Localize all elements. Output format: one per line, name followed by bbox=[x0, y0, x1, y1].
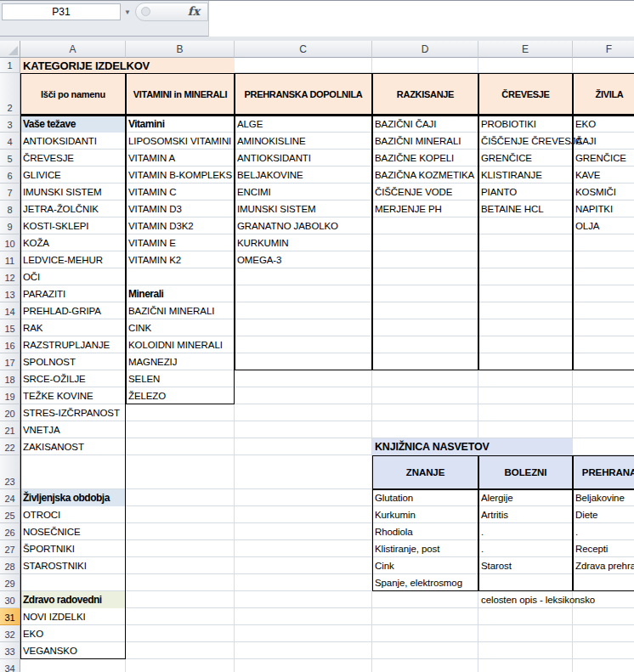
row-header-30[interactable]: 30 bbox=[0, 591, 20, 608]
cell-F27[interactable]: Recepti bbox=[573, 540, 634, 557]
cell-A26[interactable]: NOSEČNICE bbox=[20, 523, 126, 540]
cell-C7[interactable]: ENCIMI bbox=[235, 184, 372, 200]
row-header-18[interactable]: 18 bbox=[0, 370, 20, 387]
cell-A17[interactable]: SPOLNOST bbox=[20, 353, 126, 370]
cell-D3[interactable]: BAZIČNI ČAJI bbox=[372, 116, 478, 133]
cell-A18[interactable]: SRCE-OŽILJE bbox=[20, 370, 126, 387]
cell-F26[interactable]: . bbox=[573, 523, 634, 540]
row-header-12[interactable]: 12 bbox=[0, 268, 20, 285]
cell-A31[interactable]: NOVI IZDELKI bbox=[20, 608, 126, 625]
cell-D8[interactable]: MERJENJE PH bbox=[372, 200, 478, 217]
cell-C10[interactable]: KURKUMIN bbox=[235, 234, 372, 251]
row-header-10[interactable]: 10 bbox=[0, 234, 20, 251]
cell-E23[interactable]: BOLEZNI bbox=[478, 455, 573, 489]
cell-E27[interactable]: . bbox=[478, 540, 573, 557]
row-header-33[interactable]: 33 bbox=[0, 642, 20, 659]
cell-A15[interactable]: RAK bbox=[20, 319, 126, 336]
cell-D27[interactable]: Klistiranje, post bbox=[372, 540, 478, 557]
cell-D6[interactable]: BAZIČNA KOZMETIKA bbox=[372, 167, 478, 184]
row-header-13[interactable]: 13 bbox=[0, 285, 20, 302]
row-header-15[interactable]: 15 bbox=[0, 319, 20, 336]
row-header-2[interactable]: 2 bbox=[0, 73, 20, 116]
cell-F9[interactable]: OLJA bbox=[573, 217, 634, 234]
cell-F2[interactable]: ŽIVILA bbox=[573, 73, 634, 116]
cell-E7[interactable]: PIANTO bbox=[478, 184, 573, 200]
cell-E30[interactable]: celosten opis - leksikonsko bbox=[478, 591, 634, 608]
cell-B17[interactable]: MAGNEZIJ bbox=[126, 353, 235, 370]
column-header-A[interactable]: A bbox=[20, 41, 126, 58]
cell-C5[interactable]: ANTIOKSIDANTI bbox=[235, 150, 372, 167]
formula-input[interactable] bbox=[208, 1, 634, 37]
cell-F7[interactable]: KOSMIČI bbox=[573, 184, 634, 200]
cell-B3[interactable]: Vitamini bbox=[126, 116, 235, 133]
column-header-E[interactable]: E bbox=[478, 41, 573, 58]
cell-D5[interactable]: BAZIČNE KOPELI bbox=[372, 150, 478, 167]
cell-C9[interactable]: GRANATNO JABOLKO bbox=[235, 217, 372, 234]
cell-A19[interactable]: TEŽKE KOVINE bbox=[20, 387, 126, 404]
cell-A21[interactable]: VNETJA bbox=[20, 421, 126, 438]
cell-F4[interactable]: ČAJI bbox=[573, 133, 634, 150]
cell-A14[interactable]: PREHLAD-GRIPA bbox=[20, 302, 126, 319]
cell-A7[interactable]: IMUNSKI SISTEM bbox=[20, 184, 126, 200]
cell-A6[interactable]: GLIVICE bbox=[20, 167, 126, 184]
row-header-7[interactable]: 7 bbox=[0, 184, 20, 200]
row-header-14[interactable]: 14 bbox=[0, 302, 20, 319]
cell-B14[interactable]: BAZIČNI MINERALI bbox=[126, 302, 235, 319]
cell-F25[interactable]: Diete bbox=[573, 506, 634, 523]
cell-A25[interactable]: OTROCI bbox=[20, 506, 126, 523]
cell-E28[interactable]: Starost bbox=[478, 557, 573, 574]
cell-A16[interactable]: RAZSTRUPLJANJE bbox=[20, 336, 126, 353]
row-header-20[interactable]: 20 bbox=[0, 404, 20, 421]
cell-C6[interactable]: BELJAKOVINE bbox=[235, 167, 372, 184]
cell-A8[interactable]: JETRA-ŽOLČNIK bbox=[20, 200, 126, 217]
insert-function-button[interactable]: fx bbox=[135, 3, 208, 21]
row-header-29[interactable]: 29 bbox=[0, 574, 20, 591]
cell-D26[interactable]: Rhodiola bbox=[372, 523, 478, 540]
row-header-19[interactable]: 19 bbox=[0, 387, 20, 404]
row-header-34[interactable]: 34 bbox=[0, 659, 20, 672]
cell-A22[interactable]: ZAKISANOST bbox=[20, 438, 126, 455]
cell-E4[interactable]: ČIŠČENJE ČREVESJA bbox=[478, 133, 573, 150]
row-header-22[interactable]: 22 bbox=[0, 438, 20, 455]
cell-C3[interactable]: ALGE bbox=[235, 116, 372, 133]
row-header-26[interactable]: 26 bbox=[0, 523, 20, 540]
cell-A5[interactable]: ČREVESJE bbox=[20, 150, 126, 167]
cell-A10[interactable]: KOŽA bbox=[20, 234, 126, 251]
column-header-B[interactable]: B bbox=[126, 41, 235, 58]
cell-B4[interactable]: LIPOSOMSKI VITAMINI bbox=[126, 133, 235, 150]
row-header-25[interactable]: 25 bbox=[0, 506, 20, 523]
row-header-31[interactable]: 31 bbox=[0, 608, 20, 625]
cell-F8[interactable]: NAPITKI bbox=[573, 200, 634, 217]
cell-A27[interactable]: ŠPORTNIKI bbox=[20, 540, 126, 557]
cell-E25[interactable]: Artritis bbox=[478, 506, 573, 523]
cell-C2[interactable]: PREHRANSKA DOPOLNILA bbox=[235, 73, 372, 116]
cell-B15[interactable]: CINK bbox=[126, 319, 235, 336]
row-header-21[interactable]: 21 bbox=[0, 421, 20, 438]
column-header-F[interactable]: F bbox=[573, 41, 634, 58]
cell-E5[interactable]: GRENČICE bbox=[478, 150, 573, 167]
cell-D24[interactable]: Glutation bbox=[372, 489, 478, 506]
cell-D22[interactable]: KNJIŽNICA NASVETOV bbox=[372, 438, 573, 455]
cell-E3[interactable]: PROBIOTIKI bbox=[478, 116, 573, 133]
cell-A1[interactable]: KATEGORIJE IZDELKOV bbox=[20, 58, 235, 73]
cell-F3[interactable]: EKO bbox=[573, 116, 634, 133]
name-box-dropdown-icon[interactable]: ▼ bbox=[121, 3, 134, 20]
cell-D23[interactable]: ZNANJE bbox=[372, 455, 478, 489]
row-header-16[interactable]: 16 bbox=[0, 336, 20, 353]
cell-B16[interactable]: KOLOIDNI MINERALI bbox=[126, 336, 235, 353]
cell-E24[interactable]: Alergije bbox=[478, 489, 573, 506]
cell-A24[interactable]: Življenjska obdobja bbox=[20, 489, 126, 506]
cell-F5[interactable]: GRENČICE bbox=[573, 150, 634, 167]
column-header-D[interactable]: D bbox=[372, 41, 478, 58]
cell-A28[interactable]: STAROSTNIKI bbox=[20, 557, 126, 574]
cell-D29[interactable]: Spanje, elektrosmog bbox=[372, 574, 478, 591]
cell-D2[interactable]: RAZKISANJE bbox=[372, 73, 478, 116]
select-all-corner[interactable] bbox=[0, 41, 20, 58]
row-header-32[interactable]: 32 bbox=[0, 625, 20, 642]
cell-B9[interactable]: VITAMIN D3K2 bbox=[126, 217, 235, 234]
row-header-3[interactable]: 3 bbox=[0, 116, 20, 133]
row-header-27[interactable]: 27 bbox=[0, 540, 20, 557]
cell-B11[interactable]: VITAMIN K2 bbox=[126, 251, 235, 268]
cell-B19[interactable]: ŽELEZO bbox=[126, 387, 235, 404]
row-header-11[interactable]: 11 bbox=[0, 251, 20, 268]
